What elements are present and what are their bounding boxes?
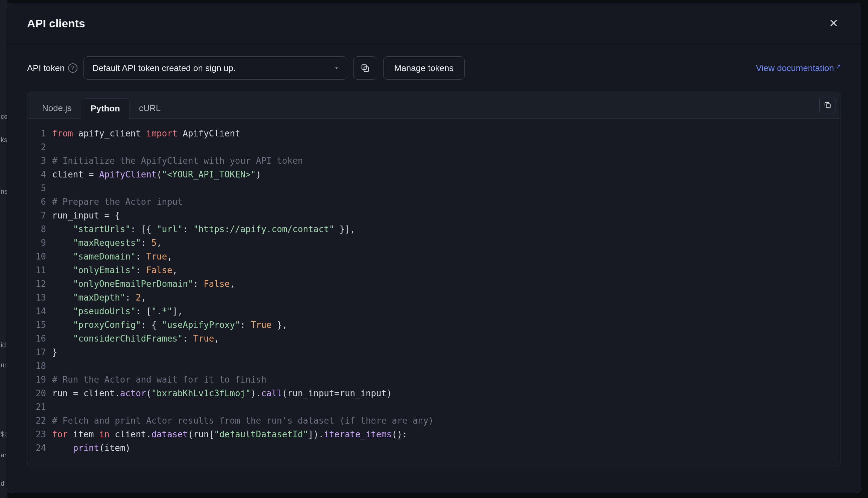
code-token: ) (256, 169, 261, 180)
code-token: False (204, 279, 230, 289)
line-number: 12 (27, 277, 46, 291)
code-line: # Run the Actor and wait for it to finis… (52, 373, 841, 386)
background-strip-item: ks (0, 133, 7, 146)
line-number-gutter: 123456789101112131415161718192021222324 (27, 127, 52, 455)
code-token: }], (334, 224, 355, 234)
code-token: ( (156, 169, 162, 180)
tab-node-js[interactable]: Node.js (33, 98, 81, 119)
view-documentation-label: View documentation (756, 63, 834, 74)
copy-code-button[interactable] (819, 97, 836, 114)
code-token: : (183, 224, 193, 234)
code-token: = (73, 388, 84, 398)
code-line (52, 182, 841, 195)
code-token: "<YOUR_API_TOKEN>" (162, 169, 256, 180)
code-token: : (183, 333, 193, 343)
code-token: run (193, 429, 209, 439)
line-number: 15 (27, 318, 46, 332)
code-line: "maxRequests": 5, (52, 236, 841, 250)
code-line: # Initialize the ApifyClient with your A… (52, 154, 841, 168)
close-icon (828, 18, 839, 28)
code-token: "bxrabKhLv1c3fLmoj" (151, 388, 251, 398)
code-token: client (52, 169, 89, 180)
tab-python[interactable]: Python (81, 99, 129, 119)
line-number: 21 (27, 400, 46, 414)
code-token: "pseudoUrls" (73, 306, 136, 316)
code-token: : [{ (130, 224, 156, 234)
code-token (52, 265, 73, 275)
code-token: True (146, 251, 167, 262)
code-token: ) (125, 443, 130, 453)
code-token (52, 224, 73, 234)
code-token: , (214, 333, 219, 343)
code-token: }, (272, 320, 288, 330)
line-number: 19 (27, 373, 46, 386)
modal-header: API clients (7, 3, 861, 43)
code-token: ]). (308, 429, 324, 439)
code-token: print (73, 443, 99, 453)
background-strip-item: d (0, 477, 7, 490)
code-lines[interactable]: from apify_client import ApifyClient # I… (52, 127, 841, 455)
code-token (52, 306, 73, 316)
code-token: dataset (151, 429, 188, 439)
line-number: 4 (27, 168, 46, 182)
code-token: client (84, 388, 115, 398)
code-token: : { (141, 320, 162, 330)
code-token: # Initialize the ApifyClient with your A… (52, 156, 303, 166)
code-token: ). (251, 388, 261, 398)
code-line: "pseudoUrls": [".*"], (52, 304, 841, 318)
code-token (52, 320, 73, 330)
code-token: ApifyClient (178, 128, 240, 139)
code-token: item (104, 443, 126, 453)
line-number: 6 (27, 195, 46, 209)
code-token: iterate_items (324, 429, 392, 439)
modal-title: API clients (27, 17, 85, 30)
code-token: : [ (136, 306, 151, 316)
background-strip-item: $c (0, 428, 7, 441)
code-token: "url" (156, 224, 183, 234)
line-number: 18 (27, 359, 46, 373)
code-token: client (110, 429, 146, 439)
code-token: , (167, 251, 172, 262)
code-token: (): (392, 429, 408, 439)
api-token-select[interactable]: Default API token created on sign up. (84, 56, 347, 80)
code-token: "onlyEmails" (73, 265, 136, 275)
chevron-down-icon (333, 65, 340, 71)
code-line: "onlyOneEmailPerDomain": False, (52, 277, 841, 291)
code-token: actor (120, 388, 146, 398)
line-number: 5 (27, 182, 46, 195)
tab-curl[interactable]: cURL (129, 98, 170, 119)
copy-stack-icon (824, 101, 832, 109)
code-token (52, 279, 73, 289)
code-token (52, 443, 73, 453)
code-token: = { (104, 210, 120, 221)
code-token: = (89, 169, 99, 180)
code-token: ) (386, 388, 392, 398)
code-token: ( (146, 388, 152, 398)
code-token: . (115, 388, 120, 398)
code-card: Node.jsPythoncURL 1234567891011121314151… (27, 92, 841, 467)
code-token: "defaultDatasetId" (214, 429, 308, 439)
code-token (52, 251, 73, 262)
manage-tokens-button[interactable]: Manage tokens (383, 56, 465, 80)
code-token: = (334, 388, 340, 398)
line-number: 9 (27, 236, 46, 250)
help-icon[interactable]: ? (68, 63, 77, 73)
code-token: "onlyOneEmailPerDomain" (73, 279, 193, 289)
code-line: "proxyConfig": { "useApifyProxy": True }… (52, 318, 841, 332)
line-number: 3 (27, 154, 46, 168)
close-button[interactable] (826, 16, 841, 31)
code-token: run_input (287, 388, 334, 398)
code-token: ".*" (151, 306, 172, 316)
background-strip-item: ur (0, 358, 7, 371)
line-number: 8 (27, 222, 46, 236)
code-token: "maxRequests" (73, 238, 141, 248)
code-token: "startUrls" (73, 224, 130, 234)
view-documentation-link[interactable]: View documentation ↗ (756, 63, 841, 74)
code-token: 5 (151, 238, 156, 248)
code-token: : (125, 292, 136, 303)
toolbar: API token ? Default API token created on… (7, 43, 861, 80)
code-token: ], (172, 306, 183, 316)
copy-token-button[interactable] (353, 56, 377, 80)
line-number: 10 (27, 250, 46, 263)
code-token: ( (188, 429, 193, 439)
